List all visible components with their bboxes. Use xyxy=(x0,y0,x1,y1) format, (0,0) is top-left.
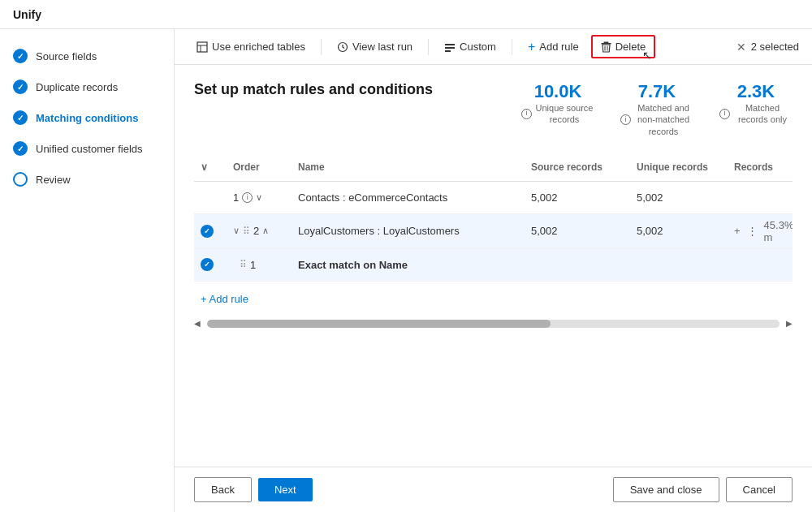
back-button[interactable]: Back xyxy=(194,477,252,502)
row3-name: Exact match on Name xyxy=(298,259,408,271)
close-x-icon[interactable]: ✕ xyxy=(736,41,746,54)
selected-badge: ✕ 2 selected xyxy=(736,41,799,54)
next-button[interactable]: Next xyxy=(258,478,313,501)
stat-matched-only-label: i Matched records only xyxy=(719,102,793,126)
page-body: Set up match rules and conditions 10.0K … xyxy=(175,65,812,467)
view-last-run-label: View last run xyxy=(352,41,412,53)
view-last-run-button[interactable]: View last run xyxy=(328,36,421,58)
sidebar-label-source-fields: Source fields xyxy=(36,50,97,62)
stat-matched-only-value: 2.3K xyxy=(719,81,793,102)
chevron-down-row1[interactable]: ∨ xyxy=(256,192,262,203)
table-header: ∨ Order Name Source records Unique recor… xyxy=(194,153,793,182)
row2-order: 2 xyxy=(253,225,259,237)
svg-rect-7 xyxy=(601,43,611,45)
stat-matched-non-matched-label: i Matched and non-matched records xyxy=(620,102,693,137)
delete-label: Delete xyxy=(615,41,646,53)
app-header: Unify xyxy=(0,0,812,29)
scroll-right-arrow[interactable]: ▶ xyxy=(786,320,793,328)
stat-matched-non-matched: 7.7K i Matched and non-matched records xyxy=(620,81,693,137)
clock-icon xyxy=(337,41,348,53)
use-enriched-tables-button[interactable]: Use enriched tables xyxy=(188,36,314,58)
stat-unique-source-label: i Unique source records xyxy=(521,102,594,126)
cancel-button[interactable]: Cancel xyxy=(726,477,793,502)
svg-rect-5 xyxy=(445,47,455,49)
sidebar-label-review: Review xyxy=(36,174,71,186)
sidebar-label-duplicate-records: Duplicate records xyxy=(36,81,118,93)
row3-name-cell: Exact match on Name xyxy=(292,254,525,276)
drag-handle-row2[interactable]: ⠿ xyxy=(243,226,250,237)
row2-records: + ⋮ 45.3% m xyxy=(728,214,793,248)
header-checkbox: ∨ xyxy=(194,158,227,176)
check-circle-source-fields xyxy=(13,49,28,63)
info-icon-1: i xyxy=(521,109,532,119)
row1-unique-records: 5,002 xyxy=(630,187,728,209)
row2-name: LoyalCustomers : LoyalCustomers xyxy=(298,225,460,237)
scrollbar-track[interactable] xyxy=(207,320,780,328)
row2-checkbox[interactable] xyxy=(201,225,214,238)
row1-order: 1 xyxy=(233,191,239,204)
info-icon-2: i xyxy=(620,114,631,125)
sidebar-item-duplicate-records[interactable]: Duplicate records xyxy=(0,73,174,101)
add-rule-label: Add rule xyxy=(539,41,578,53)
row1-records xyxy=(728,192,793,202)
sidebar-item-review[interactable]: Review xyxy=(0,166,174,193)
custom-button[interactable]: Custom xyxy=(435,36,505,58)
delete-button[interactable]: Delete ↖ xyxy=(591,35,656,58)
add-rule-button[interactable]: + Add rule xyxy=(519,36,588,58)
header-records: Records xyxy=(728,158,793,176)
save-and-close-button[interactable]: Save and close xyxy=(613,477,719,502)
row2-source-records: 5,002 xyxy=(525,220,630,242)
row2-checkbox-cell[interactable] xyxy=(194,220,227,243)
sidebar-item-source-fields[interactable]: Source fields xyxy=(0,42,174,70)
sidebar-label-matching-conditions: Matching conditions xyxy=(36,112,138,124)
sidebar-item-matching-conditions[interactable]: Matching conditions xyxy=(0,104,174,131)
add-rule-table-button[interactable]: + Add rule xyxy=(194,288,255,310)
check-circle-unified-customer-fields xyxy=(13,141,28,156)
sidebar-label-unified-customer-fields: Unified customer fields xyxy=(36,143,143,155)
scroll-left-arrow[interactable]: ◀ xyxy=(194,320,201,328)
separator-1 xyxy=(321,39,322,55)
plus-icon: + xyxy=(528,41,535,54)
row1-source-records: 5,002 xyxy=(525,187,630,209)
chevron-down-row2[interactable]: ∨ xyxy=(233,226,240,236)
chevron-down-icon[interactable]: ∨ xyxy=(201,161,208,173)
row3-order-cell: ⠿ 1 xyxy=(227,254,292,276)
custom-icon xyxy=(444,41,456,53)
row3-records xyxy=(728,260,793,269)
header-unique-records: Unique records xyxy=(630,158,728,176)
table-row: ∨ ⠿ 2 ∧ LoyalCustomers : LoyalCustomers … xyxy=(194,214,793,249)
stat-matched-only: 2.3K i Matched records only xyxy=(719,81,793,126)
stat-matched-non-matched-value: 7.7K xyxy=(620,81,693,102)
row1-name: Contacts : eCommerceContacts xyxy=(298,191,447,204)
row2-unique-records: 5,002 xyxy=(630,220,728,242)
row3-checkbox-cell[interactable] xyxy=(194,253,227,276)
header-order: Order xyxy=(227,158,292,176)
sidebar-item-unified-customer-fields[interactable]: Unified customer fields xyxy=(0,135,174,162)
row1-order-cell: 1 i ∨ xyxy=(227,187,292,209)
row1-checkbox-cell[interactable] xyxy=(194,192,227,202)
horizontal-scrollbar-container: ◀ ▶ xyxy=(194,320,793,328)
use-enriched-tables-label: Use enriched tables xyxy=(212,41,305,53)
footer: Back Next Save and close Cancel xyxy=(175,467,812,512)
stat-unique-source-value: 10.0K xyxy=(521,81,594,102)
row3-checkbox[interactable] xyxy=(201,258,214,271)
dot-circle-review xyxy=(13,172,28,187)
app-title: Unify xyxy=(13,8,41,21)
chevron-up-row2[interactable]: ∧ xyxy=(262,226,269,236)
info-icon-row1: i xyxy=(242,192,253,203)
check-circle-duplicate-records xyxy=(13,80,28,94)
page-title: Set up match rules and conditions xyxy=(194,81,433,98)
svg-rect-4 xyxy=(445,44,455,45)
info-icon-3: i xyxy=(719,109,730,119)
row3-source-records xyxy=(525,260,630,269)
more-actions-icon[interactable]: ⋮ xyxy=(747,225,758,237)
drag-handle-row3[interactable]: ⠿ xyxy=(240,259,247,270)
table-row: 1 i ∨ Contacts : eCommerceContacts 5,002… xyxy=(194,182,793,214)
cursor-icon: ↖ xyxy=(642,49,652,62)
table-row: ⠿ 1 Exact match on Name xyxy=(194,249,793,282)
page-header: Set up match rules and conditions 10.0K … xyxy=(194,81,793,137)
row1-name-cell: Contacts : eCommerceContacts xyxy=(292,187,525,209)
selected-count: 2 selected xyxy=(751,41,799,53)
toolbar: Use enriched tables View last run Custom… xyxy=(175,29,812,65)
plus-action-icon[interactable]: + xyxy=(734,225,741,237)
